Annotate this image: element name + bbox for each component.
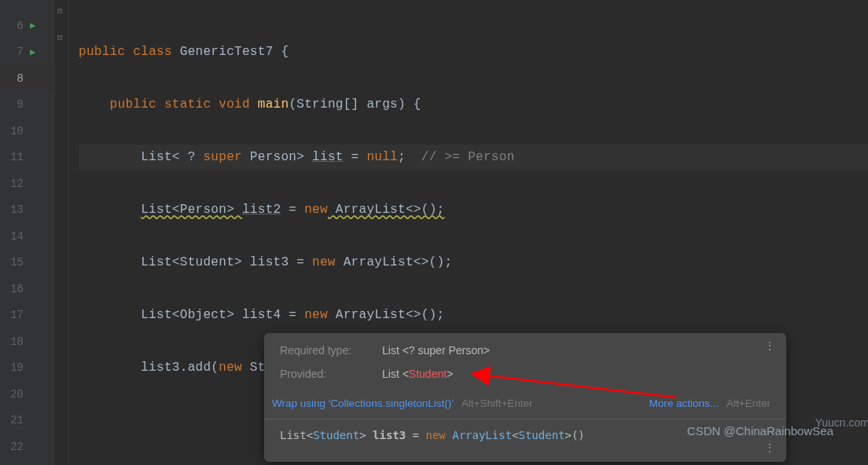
gutter-line: 6▶ (0, 13, 55, 39)
run-gutter-icon[interactable]: ▶ (30, 20, 35, 31)
gutter-line-active: 8 (0, 65, 55, 92)
watermark: CSDN @ChinaRainbowSea (687, 424, 833, 438)
tooltip-required-row: Required type: List <? super Person> (280, 344, 771, 357)
gutter-line: 15 (0, 250, 55, 276)
gutter-line: 18 (0, 328, 55, 355)
more-actions-link[interactable]: More actions... (649, 397, 719, 409)
shortcut-hint: Alt+Enter (726, 397, 771, 409)
gutter-line: 20 (0, 381, 55, 408)
gutter-line: 16 (0, 276, 55, 302)
watermark: Yuucn.com (815, 416, 868, 429)
more-icon[interactable]: ⋮ (764, 446, 775, 449)
gutter-line: 22 (0, 434, 55, 460)
gutter-line: 14 (0, 223, 55, 250)
required-type-value: List <? super Person> (382, 344, 490, 357)
quick-fix-link[interactable]: Wrap using 'Collections.singletonList()' (272, 397, 454, 409)
gutter-line: 7▶ (0, 39, 55, 66)
gutter-line: 13 (0, 197, 55, 224)
more-icon[interactable]: ⋮ (764, 344, 775, 347)
gutter-line: 21 (0, 408, 55, 434)
fold-icon[interactable]: ⊟ (57, 6, 62, 16)
fold-bar: ⊟ ⊟ (55, 0, 69, 465)
run-gutter-icon[interactable]: ▶ (30, 46, 35, 58)
error-tooltip: ⋮ Required type: List <? super Person> P… (264, 333, 786, 462)
gutter-line: 19 (0, 355, 55, 382)
gutter-line: 12 (0, 170, 55, 197)
gutter: 6▶ 7▶ 8 9 10 11 12 13 14 15 16 17 18 19 … (0, 0, 55, 465)
required-type-label: Required type: (280, 344, 382, 357)
gutter-line: 10 (0, 118, 55, 145)
tooltip-provided-row: Provided: List <Student> (280, 368, 771, 380)
gutter-line: 17 (0, 302, 55, 329)
provided-value: List <Student> (382, 368, 453, 380)
gutter-line: 9 (0, 92, 55, 119)
shortcut-hint: Alt+Shift+Enter (462, 397, 533, 409)
current-line: List< ? super Person> list = null; // >=… (79, 145, 868, 171)
provided-label: Provided: (280, 368, 382, 380)
gutter-line: 11 (0, 145, 55, 171)
fold-icon[interactable]: ⊟ (57, 33, 62, 42)
